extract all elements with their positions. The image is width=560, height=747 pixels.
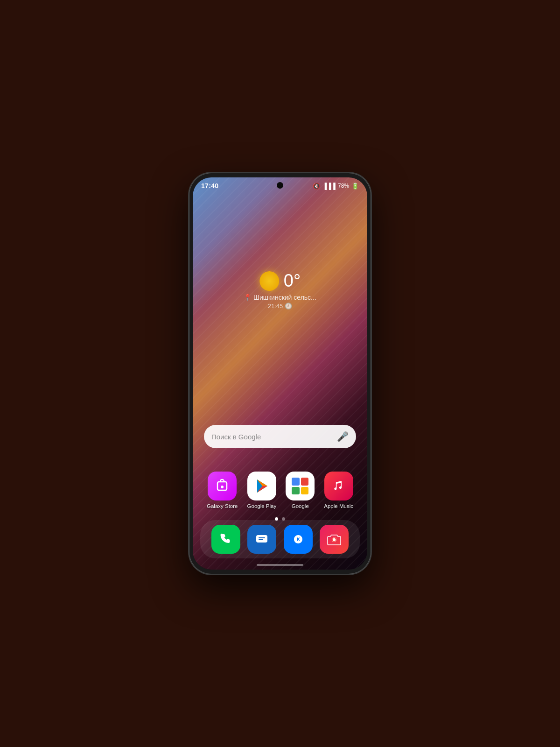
dock-icon-vk: [284, 525, 313, 554]
svg-point-0: [221, 486, 224, 488]
camera-notch: [277, 182, 283, 189]
search-bar[interactable]: Поиск в Google 🎤: [204, 425, 356, 448]
weather-widget: 0° 📍 Шишкинский сельс... 21:45 🕘: [244, 271, 316, 310]
svg-rect-5: [256, 535, 267, 543]
app-label-google: Google: [292, 503, 309, 509]
app-label-galaxy-store: Galaxy Store: [207, 503, 238, 509]
dock: [200, 520, 360, 558]
mic-icon[interactable]: 🎤: [337, 431, 349, 442]
weather-location: 📍 Шишкинский сельс...: [244, 294, 316, 301]
search-placeholder: Поиск в Google: [211, 433, 337, 441]
weather-temp: 0°: [284, 271, 301, 291]
app-icon-google-play: [247, 472, 276, 500]
dock-icon-camera: [320, 525, 349, 554]
battery-icon: 🔋: [351, 183, 359, 190]
dock-item-vk[interactable]: [284, 525, 313, 554]
dock-icon-messages: [247, 525, 276, 554]
app-icon-apple-music: [324, 472, 353, 500]
home-indicator[interactable]: [257, 564, 303, 566]
app-label-google-play: Google Play: [247, 503, 277, 509]
app-item-google[interactable]: Google: [286, 472, 315, 509]
dock-item-messages[interactable]: [247, 525, 276, 554]
app-grid: Galaxy Store Google Play: [193, 472, 367, 509]
signal-icon: ▐▐▐: [322, 183, 336, 190]
dock-item-phone[interactable]: [211, 525, 240, 554]
status-time: 17:40: [201, 182, 218, 190]
status-icons: 🔇 ▐▐▐ 78% 🔋: [313, 183, 359, 190]
weather-time: 21:45 🕘: [244, 303, 316, 310]
phone-screen: 17:40 🔇 ▐▐▐ 78% 🔋 0° 📍 Шишкинский сельс.…: [193, 177, 367, 570]
app-label-apple-music: Apple Music: [324, 503, 353, 509]
app-icon-google: [286, 472, 315, 500]
weather-icon: [259, 271, 279, 291]
phone-outer: 17:40 🔇 ▐▐▐ 78% 🔋 0° 📍 Шишкинский сельс.…: [189, 173, 371, 574]
app-item-galaxy-store[interactable]: Galaxy Store: [207, 472, 238, 509]
wallpaper: [193, 177, 367, 570]
app-item-apple-music[interactable]: Apple Music: [324, 472, 353, 509]
app-icon-galaxy-store: [208, 472, 237, 500]
sound-icon: 🔇: [313, 183, 320, 190]
dock-item-camera[interactable]: [320, 525, 349, 554]
weather-clock-icon: 🕘: [285, 303, 292, 310]
dock-icon-phone: [211, 525, 240, 554]
battery-text: 78%: [338, 183, 349, 189]
app-item-google-play[interactable]: Google Play: [247, 472, 277, 509]
